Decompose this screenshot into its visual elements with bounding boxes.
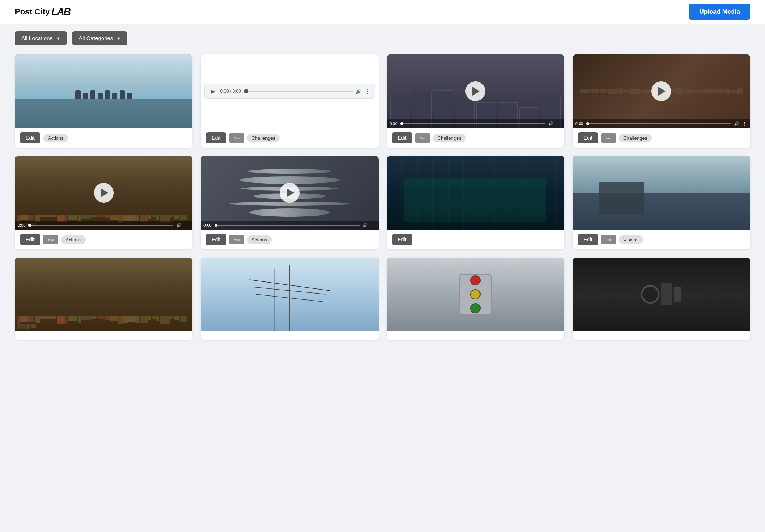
app-header: Post City LAB Upload Media [0,0,765,24]
location-badge: Mun [229,235,244,244]
edit-button[interactable]: Edit [578,234,598,245]
card-footer: EditMunActions [15,230,192,249]
categories-arrow-icon: ▼ [117,36,121,40]
category-tag: Actions [247,235,272,244]
play-triangle-icon [101,188,108,197]
category-tag: Challenges [619,134,652,142]
logo-lab: LAB [51,6,70,18]
media-card: ▶ 0:00 / 0:00 🔊 ⋮ EditMunChallenges [201,54,378,148]
video-more-icon[interactable]: ⋮ [371,222,376,228]
card-footer: Edit [387,230,564,249]
media-card [15,258,192,340]
video-more-icon[interactable]: ⋮ [556,121,562,127]
video-progress-bar[interactable] [400,123,545,124]
video-time: 0:00 [390,121,397,126]
media-thumbnail: 0:00 🔊 ⋮ [201,156,378,230]
video-controls-bar: 0:00 🔊 ⋮ [15,221,192,230]
video-controls-bar: 0:00 🔊 ⋮ [573,119,750,128]
all-categories-filter[interactable]: All Categories ▼ [72,31,127,45]
media-card: 0:00 🔊 ⋮ EditMunChallenges [573,54,750,148]
video-more-icon[interactable]: ⋮ [184,222,190,228]
media-card: 0:00 🔊 ⋮ EditMunActions [201,156,378,249]
media-grid: EditActions ▶ 0:00 / 0:00 🔊 ⋮ EditMunCha… [0,49,765,355]
media-card: 0:00 🔊 ⋮ EditMunChallenges [387,54,564,148]
media-card [201,258,378,340]
video-progress-bar[interactable] [28,225,173,226]
video-play-button[interactable] [94,183,114,203]
card-footer [201,331,378,340]
video-progress-dot [28,224,31,227]
audio-progress-bar[interactable] [244,91,353,92]
media-thumbnail: 0:00 🔊 ⋮ [387,54,564,128]
edit-button[interactable]: Edit [578,132,598,143]
locations-label: All Locations [21,35,53,41]
video-volume-icon[interactable]: 🔊 [734,121,739,126]
video-progress-bar[interactable] [586,123,731,124]
media-thumbnail [15,258,192,331]
media-card: 0:00 🔊 ⋮ EditMunActions [15,156,192,249]
media-thumbnail: 0:00 🔊 ⋮ [573,54,750,128]
category-tag: Challenges [247,134,280,142]
media-thumbnail [573,258,750,331]
play-triangle-icon [287,188,294,197]
play-triangle-icon [472,87,480,96]
upload-media-button[interactable]: Upload Media [689,4,750,20]
edit-button[interactable]: Edit [20,132,40,143]
category-tag: Actions [43,134,68,142]
category-tag: Actions [61,235,86,244]
edit-button[interactable]: Edit [392,234,412,245]
video-play-button[interactable] [280,183,300,203]
card-footer [387,331,564,340]
locations-arrow-icon: ▼ [56,36,60,40]
audio-volume-icon[interactable]: 🔊 [355,89,361,94]
card-footer: EditMunChallenges [387,128,564,148]
media-thumbnail [387,258,564,331]
card-footer: EditMunChallenges [201,128,378,148]
media-thumbnail [387,156,564,230]
audio-player: ▶ 0:00 / 0:00 🔊 ⋮ [201,54,378,128]
video-play-button[interactable] [465,81,485,101]
media-card [387,258,564,340]
media-card: EditActions [15,54,192,148]
media-thumbnail [201,258,378,331]
video-progress-dot [586,122,589,125]
video-volume-icon[interactable]: 🔊 [362,223,368,228]
video-controls-bar: 0:00 🔊 ⋮ [387,119,564,128]
audio-time: 0:00 / 0:00 [220,89,241,94]
video-progress-bar[interactable] [215,225,360,226]
media-thumbnail [573,156,750,230]
edit-button[interactable]: Edit [206,234,226,245]
card-footer [15,331,192,340]
audio-more-icon[interactable]: ⋮ [364,88,370,95]
audio-controls[interactable]: ▶ 0:00 / 0:00 🔊 ⋮ [204,84,375,99]
logo-text: Post City [15,7,50,17]
media-card: Edit [387,156,564,249]
video-time: 0:00 [18,223,25,227]
category-tag: Challenges [433,134,466,142]
video-more-icon[interactable]: ⋮ [742,121,747,127]
media-thumbnail [15,54,192,128]
card-footer [573,331,750,340]
categories-label: All Categories [79,35,113,41]
edit-button[interactable]: Edit [20,234,40,245]
card-footer: EditMunChallenges [573,128,750,148]
edit-button[interactable]: Edit [206,132,226,143]
location-badge: Tim [601,235,616,244]
media-card [573,258,750,340]
media-thumbnail: 0:00 🔊 ⋮ [15,156,192,230]
video-volume-icon[interactable]: 🔊 [176,223,181,228]
card-footer: EditMunActions [201,230,378,249]
logo: Post City LAB [15,6,70,18]
video-play-button[interactable] [651,81,671,101]
location-badge: Mun [229,133,244,143]
card-footer: EditActions [15,128,192,148]
video-time: 0:00 [203,223,211,227]
audio-play-button[interactable]: ▶ [209,87,217,95]
category-tag: Visions [619,235,643,244]
filters-bar: All Locations ▼ All Categories ▼ [0,24,765,49]
media-card: EditTimVisions [573,156,750,249]
edit-button[interactable]: Edit [392,132,412,143]
all-locations-filter[interactable]: All Locations ▼ [15,31,67,45]
video-volume-icon[interactable]: 🔊 [548,121,553,126]
card-footer: EditTimVisions [573,230,750,249]
